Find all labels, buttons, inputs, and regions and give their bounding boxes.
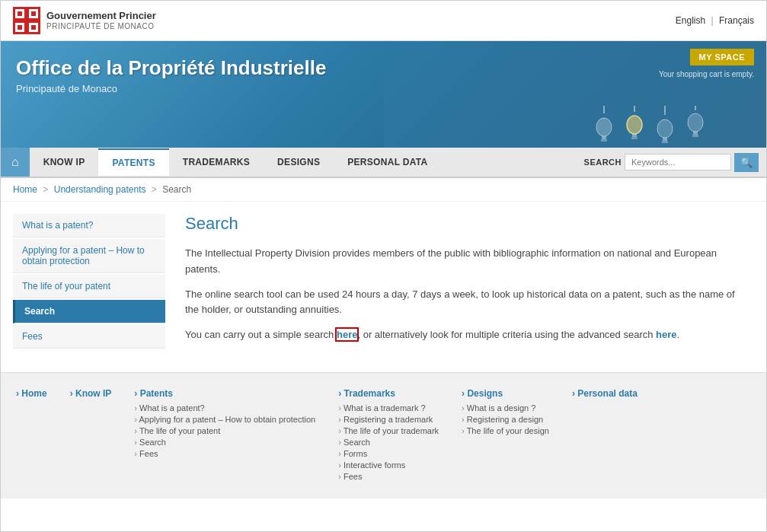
svg-rect-27 bbox=[692, 135, 698, 137]
nav-search-button[interactable]: 🔍 bbox=[734, 153, 759, 172]
list-item: Fees bbox=[338, 472, 439, 481]
svg-rect-9 bbox=[31, 11, 36, 16]
sidebar-item-what-is-patent[interactable]: What is a patent? bbox=[13, 214, 165, 237]
content-here2-text: here bbox=[656, 329, 676, 340]
content-title: Search bbox=[185, 214, 746, 234]
footer-tm-item-4[interactable]: Search bbox=[338, 438, 370, 447]
nav-search-input[interactable] bbox=[625, 154, 731, 170]
footer-designs-item-1[interactable]: What is a design ? bbox=[462, 403, 535, 413]
content-here2-link[interactable]: here bbox=[656, 329, 676, 340]
sidebar: What is a patent? Applying for a patent … bbox=[13, 214, 165, 352]
svg-rect-26 bbox=[693, 132, 698, 135]
list-item: Forms bbox=[338, 449, 439, 458]
footer-trademarks-list: What is a trademark ? Registering a trad… bbox=[338, 403, 439, 481]
list-item: What is a patent? bbox=[134, 403, 315, 413]
footer-col-personal-data: › Personal data bbox=[572, 388, 638, 483]
logo-title: Gouvernement Princier bbox=[46, 10, 156, 22]
nav-item-know-ip[interactable]: KNOW IP bbox=[30, 149, 99, 175]
nav-item-patents[interactable]: PATENTS bbox=[98, 148, 168, 176]
breadcrumb-sep-2: > bbox=[152, 184, 157, 195]
content-here1-highlight: here bbox=[337, 329, 357, 340]
nav-search-area: SEARCH 🔍 bbox=[584, 153, 766, 172]
footer-patents-item-2[interactable]: Applying for a patent – How to obtain pr… bbox=[134, 415, 315, 424]
crest-icon bbox=[13, 7, 40, 34]
list-item: Search bbox=[134, 438, 315, 447]
svg-rect-10 bbox=[18, 25, 22, 30]
svg-point-21 bbox=[657, 119, 673, 138]
footer-patents-item-1[interactable]: What is a patent? bbox=[134, 403, 204, 413]
nav-item-trademarks[interactable]: TRADEMARKS bbox=[169, 149, 264, 175]
nav-item-personal-data[interactable]: PERSONAL DATA bbox=[334, 149, 441, 175]
nav-item-designs[interactable]: DESIGNS bbox=[264, 149, 334, 175]
footer-tm-item-1[interactable]: What is a trademark ? bbox=[338, 403, 425, 413]
svg-point-13 bbox=[596, 118, 612, 136]
list-item: Registering a trademark bbox=[338, 415, 439, 424]
bulb-icon-2 bbox=[625, 106, 644, 148]
my-space-button[interactable]: MY SPACE bbox=[690, 49, 754, 65]
lang-french[interactable]: Français bbox=[719, 15, 754, 26]
breadcrumb-home[interactable]: Home bbox=[13, 184, 37, 195]
list-item: The life of your trademark bbox=[338, 426, 439, 435]
footer-designs-link[interactable]: › Designs bbox=[462, 388, 503, 399]
breadcrumb-understanding[interactable]: Understanding patents bbox=[54, 184, 146, 195]
footer-tm-item-3[interactable]: The life of your trademark bbox=[338, 426, 439, 435]
footer-personal-data-link[interactable]: › Personal data bbox=[572, 388, 638, 399]
footer-tm-item-2[interactable]: Registering a trademark bbox=[338, 415, 433, 424]
footer-patents-list: What is a patent? Applying for a patent … bbox=[134, 403, 315, 458]
footer-trademarks-title: › Trademarks bbox=[338, 388, 439, 399]
list-item: Applying for a patent – How to obtain pr… bbox=[134, 415, 315, 424]
lang-separator: | bbox=[711, 15, 714, 26]
svg-rect-11 bbox=[31, 25, 36, 30]
nav-search-label: SEARCH bbox=[584, 158, 622, 167]
footer-know-ip-link[interactable]: › Know IP bbox=[70, 388, 112, 399]
logo-text: Gouvernement Princier PRINCIPAUTÉ DE MON… bbox=[46, 10, 156, 31]
svg-rect-19 bbox=[631, 137, 638, 139]
breadcrumb: Home > Understanding patents > Search bbox=[1, 178, 766, 202]
sidebar-item-fees[interactable]: Fees bbox=[13, 325, 165, 349]
content-para3-middle: , or alternatively look for multiple cri… bbox=[357, 329, 656, 340]
sidebar-item-applying-patent[interactable]: Applying for a patent – How to obtain pr… bbox=[13, 239, 165, 273]
footer-patents-item-5[interactable]: Fees bbox=[134, 449, 158, 458]
lang-switcher: English | Français bbox=[676, 15, 754, 26]
list-item: The life of your design bbox=[462, 426, 549, 435]
list-item: What is a design ? bbox=[462, 403, 549, 413]
footer-designs-title: › Designs bbox=[462, 388, 549, 399]
svg-point-17 bbox=[627, 116, 642, 134]
svg-rect-22 bbox=[663, 138, 667, 141]
list-item: Search bbox=[338, 438, 439, 447]
bulb-icon-4 bbox=[686, 106, 705, 148]
content-here1-link[interactable]: here bbox=[337, 329, 357, 340]
hero-banner: Office de la Propriété Industrielle Prin… bbox=[1, 41, 766, 148]
footer-col-trademarks: › Trademarks What is a trademark ? Regis… bbox=[338, 388, 439, 483]
footer: › Home › Know IP › Patents What is a pat… bbox=[1, 372, 766, 499]
content-para1: The Intellectual Property Division provi… bbox=[185, 246, 746, 278]
footer-tm-item-6[interactable]: Interactive forms bbox=[338, 460, 405, 470]
sidebar-item-search[interactable]: Search bbox=[13, 300, 165, 323]
footer-designs-item-2[interactable]: Registering a design bbox=[462, 415, 543, 424]
list-item: Registering a design bbox=[462, 415, 549, 424]
footer-col-patents: › Patents What is a patent? Applying for… bbox=[134, 388, 315, 483]
hero-title-area: Office de la Propriété Industrielle Prin… bbox=[16, 56, 326, 94]
footer-patents-item-4[interactable]: Search bbox=[134, 438, 166, 447]
bulb-icon-1 bbox=[595, 106, 614, 148]
footer-trademarks-link[interactable]: › Trademarks bbox=[338, 388, 395, 399]
breadcrumb-sep-1: > bbox=[43, 184, 48, 195]
breadcrumb-current: Search bbox=[162, 184, 191, 195]
list-item: The life of your patent bbox=[134, 426, 315, 435]
content-para2: The online search tool can be used 24 ho… bbox=[185, 287, 746, 319]
content-para3-before: You can carry out a simple search bbox=[185, 329, 337, 340]
footer-home-link[interactable]: › Home bbox=[16, 388, 47, 399]
hero-heading: Office de la Propriété Industrielle bbox=[16, 56, 326, 80]
footer-tm-item-7[interactable]: Fees bbox=[338, 472, 362, 481]
footer-col-designs: › Designs What is a design ? Registering… bbox=[462, 388, 549, 483]
footer-patents-item-3[interactable]: The life of your patent bbox=[134, 426, 220, 435]
sidebar-item-life-patent[interactable]: The life of your patent bbox=[13, 275, 165, 298]
nav-home-button[interactable]: ⌂ bbox=[1, 148, 30, 177]
footer-tm-item-5[interactable]: Forms bbox=[338, 449, 367, 458]
logo-subtitle: PRINCIPAUTÉ DE MONACO bbox=[46, 22, 156, 31]
lang-english[interactable]: English bbox=[676, 15, 705, 26]
footer-designs-item-3[interactable]: The life of your design bbox=[462, 426, 549, 435]
svg-rect-8 bbox=[18, 11, 22, 16]
footer-patents-link[interactable]: › Patents bbox=[134, 388, 173, 399]
list-item: Interactive forms bbox=[338, 460, 439, 470]
